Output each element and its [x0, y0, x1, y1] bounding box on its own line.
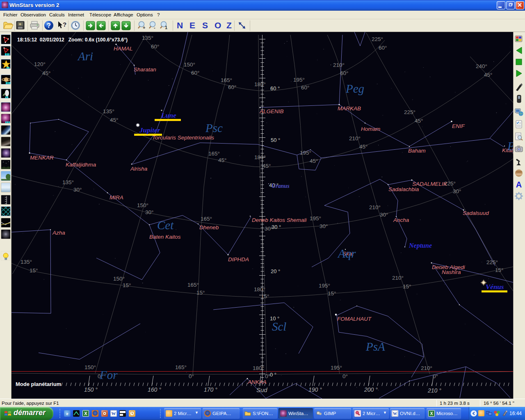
svg-text:Sud: Sud: [256, 386, 267, 393]
svg-text:160 °: 160 °: [148, 386, 161, 393]
svg-text:135°: 135°: [21, 259, 32, 265]
svg-text:210°: 210°: [392, 275, 404, 281]
svg-text:150°: 150°: [137, 202, 148, 208]
svg-text:HAMAL: HAMAL: [114, 46, 133, 52]
svg-text:Peg: Peg: [345, 82, 364, 95]
svg-text:Psc: Psc: [205, 121, 223, 135]
svg-text:X: X: [84, 411, 87, 416]
svg-text:210°: 210°: [421, 365, 432, 371]
svg-text:165°: 165°: [221, 77, 232, 83]
svg-text:15°: 15°: [495, 267, 503, 273]
svg-text:?: ?: [63, 21, 66, 28]
svg-text:Jupiter: Jupiter: [139, 126, 160, 134]
svg-text:180°: 180°: [254, 81, 266, 87]
svg-text:ENIF: ENIF: [452, 123, 465, 129]
svg-text:Ari: Ari: [77, 50, 93, 63]
svg-text:Nashira: Nashira: [442, 269, 461, 275]
svg-text:+: +: [143, 25, 145, 30]
svg-text:Aqr: Aqr: [337, 247, 356, 260]
svg-text:195°: 195°: [331, 365, 342, 371]
svg-text:0°: 0°: [342, 373, 348, 379]
svg-text:170 °: 170 °: [204, 386, 217, 393]
svg-text:150°: 150°: [113, 276, 125, 282]
svg-text:Vénus: Vénus: [486, 283, 504, 291]
svg-text:Scl: Scl: [272, 320, 286, 333]
svg-text:Sadalachbia: Sadalachbia: [388, 186, 419, 192]
svg-text:0°: 0°: [265, 373, 270, 379]
svg-text:195°: 195°: [300, 150, 311, 156]
svg-text:195°: 195°: [310, 215, 321, 221]
svg-text:15°: 15°: [123, 282, 131, 288]
svg-text:Azha: Azha: [52, 230, 65, 236]
svg-text:-: -: [154, 25, 155, 30]
svg-text:150 °: 150 °: [84, 386, 98, 393]
svg-text:190 °: 190 °: [308, 386, 322, 393]
svg-text:Alrisha: Alrisha: [130, 166, 148, 172]
svg-text:60°: 60°: [379, 45, 387, 51]
svg-text:Baham: Baham: [408, 148, 426, 154]
svg-text:195°: 195°: [293, 77, 305, 83]
svg-text:225°: 225°: [372, 36, 383, 42]
svg-text:165°: 165°: [208, 151, 220, 157]
svg-text:150°: 150°: [84, 364, 96, 370]
svg-text:e: e: [66, 411, 68, 416]
svg-text:165°: 165°: [201, 216, 212, 222]
svg-text:45°: 45°: [218, 157, 226, 163]
svg-text:ALGENIB: ALGENIB: [259, 108, 284, 114]
svg-text:60°: 60°: [228, 84, 236, 90]
svg-text:60°: 60°: [301, 84, 309, 91]
svg-text:For: For: [99, 368, 118, 381]
svg-text:30 °: 30 °: [272, 224, 281, 230]
svg-text:Baten Kaitos: Baten Kaitos: [149, 234, 181, 240]
svg-text:0°: 0°: [433, 373, 438, 379]
svg-text:X: X: [430, 411, 433, 416]
svg-text:Deneb Kaitos Shemali: Deneb Kaitos Shemali: [252, 217, 307, 223]
svg-text:135°: 135°: [103, 108, 114, 114]
svg-text:Uranus: Uranus: [272, 183, 290, 189]
svg-text:FOMALHAUT: FOMALHAUT: [337, 316, 372, 322]
svg-text:45°: 45°: [110, 117, 118, 123]
svg-text:0°: 0°: [189, 373, 194, 379]
svg-text:20 °: 20 °: [271, 268, 280, 274]
svg-text:30°: 30°: [453, 188, 461, 194]
svg-text:45°: 45°: [484, 72, 492, 78]
svg-text:210 °: 210 °: [427, 387, 441, 394]
svg-text:15°: 15°: [328, 290, 336, 297]
svg-text:ANKAA: ANKAA: [247, 379, 267, 385]
svg-text:1: 1: [165, 25, 167, 30]
svg-text:Homam: Homam: [361, 126, 380, 132]
svg-text:30°: 30°: [320, 223, 328, 229]
svg-text:180°: 180°: [254, 154, 266, 160]
svg-text:165°: 165°: [175, 364, 187, 370]
svg-text:60°: 60°: [340, 70, 348, 76]
svg-text:200 °: 200 °: [364, 386, 378, 393]
svg-text:180°: 180°: [253, 365, 264, 371]
svg-text:Dheneb: Dheneb: [199, 224, 219, 231]
svg-text:?: ?: [47, 22, 51, 29]
svg-text:210°: 210°: [369, 204, 381, 210]
svg-text:Ancha: Ancha: [393, 217, 409, 223]
svg-text:15°: 15°: [30, 267, 38, 274]
svg-text:225°: 225°: [486, 259, 498, 265]
svg-text:45°: 45°: [42, 70, 50, 76]
svg-text:MIRA: MIRA: [110, 194, 123, 201]
svg-text:60°: 60°: [191, 70, 199, 76]
svg-text:50 °: 50 °: [271, 137, 280, 143]
svg-text:Neptune: Neptune: [409, 242, 432, 249]
svg-text:60 °: 60 °: [270, 85, 280, 91]
svg-text:DIPHDA: DIPHDA: [228, 256, 249, 262]
svg-text:30°: 30°: [73, 187, 82, 193]
svg-text:195°: 195°: [319, 283, 330, 289]
svg-text:15°: 15°: [196, 290, 205, 296]
svg-text:120°: 120°: [34, 61, 46, 67]
svg-text:210°: 210°: [349, 135, 361, 142]
svg-text:MARKAB: MARKAB: [338, 105, 361, 112]
svg-text:Lune: Lune: [161, 112, 176, 119]
svg-text:150°: 150°: [184, 62, 195, 68]
svg-text:15°: 15°: [403, 283, 411, 290]
svg-text:0 °: 0 °: [270, 372, 276, 378]
svg-text:45°: 45°: [310, 158, 318, 164]
svg-text:60°: 60°: [151, 43, 159, 50]
svg-text:30°: 30°: [145, 209, 153, 215]
svg-text:225°: 225°: [404, 109, 415, 115]
